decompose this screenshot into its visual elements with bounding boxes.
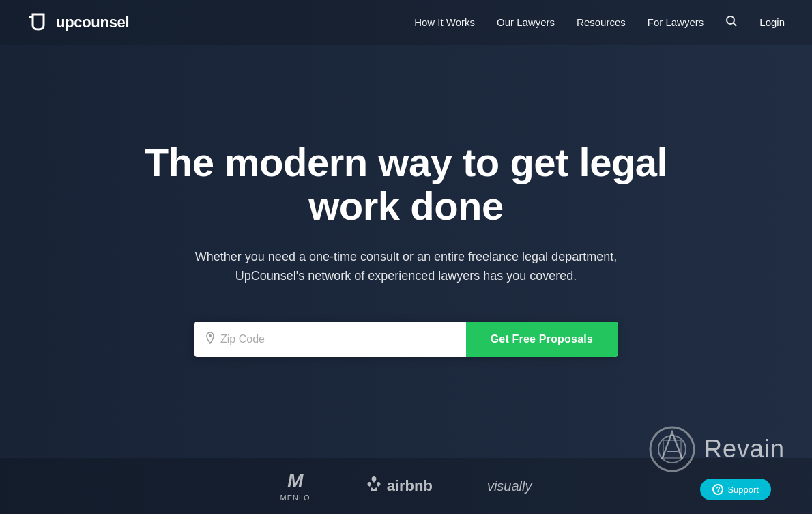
support-label: Support bbox=[727, 485, 759, 495]
nav-links: How It Works Our Lawyers Resources For L… bbox=[414, 15, 785, 31]
airbnb-icon bbox=[365, 475, 383, 497]
get-proposals-button[interactable]: Get Free Proposals bbox=[466, 322, 618, 357]
login-button[interactable]: Login bbox=[759, 16, 785, 28]
logo-text: upcounsel bbox=[56, 14, 129, 31]
nav-for-lawyers[interactable]: For Lawyers bbox=[648, 16, 704, 28]
airbnb-text: airbnb bbox=[387, 477, 433, 495]
navbar: upcounsel How It Works Our Lawyers Resou… bbox=[0, 0, 812, 45]
menlo-name: Menlo bbox=[280, 494, 310, 502]
search-icon[interactable] bbox=[725, 16, 738, 30]
menlo-letter: M bbox=[287, 470, 303, 492]
revain-text: Revain bbox=[704, 435, 785, 463]
nav-our-lawyers[interactable]: Our Lawyers bbox=[497, 16, 555, 28]
revain-icon bbox=[648, 425, 696, 473]
hero-section: The modern way to get legal work done Wh… bbox=[0, 45, 812, 357]
menlo-logo: M Menlo bbox=[280, 470, 310, 502]
support-button[interactable]: ? Support bbox=[700, 479, 771, 500]
svg-point-2 bbox=[209, 334, 212, 337]
logo-link[interactable]: upcounsel bbox=[27, 12, 129, 33]
hero-subtitle: Whether you need a one-time consult or a… bbox=[194, 247, 618, 287]
svg-line-1 bbox=[734, 23, 737, 26]
location-icon bbox=[205, 332, 215, 347]
nav-resources[interactable]: Resources bbox=[577, 16, 626, 28]
revain-badge: Revain bbox=[648, 425, 785, 473]
logo-icon bbox=[27, 12, 49, 33]
support-icon: ? bbox=[712, 484, 723, 495]
search-form: Get Free Proposals bbox=[194, 322, 618, 357]
visually-logo: visually bbox=[487, 479, 532, 494]
zip-input-wrapper bbox=[194, 322, 466, 357]
airbnb-logo: airbnb bbox=[365, 475, 433, 497]
zip-code-input[interactable] bbox=[220, 333, 455, 345]
svg-point-0 bbox=[727, 16, 734, 24]
hero-title: The modern way to get legal work done bbox=[99, 141, 713, 228]
nav-how-it-works[interactable]: How It Works bbox=[414, 16, 475, 28]
visually-text: visually bbox=[487, 479, 532, 494]
